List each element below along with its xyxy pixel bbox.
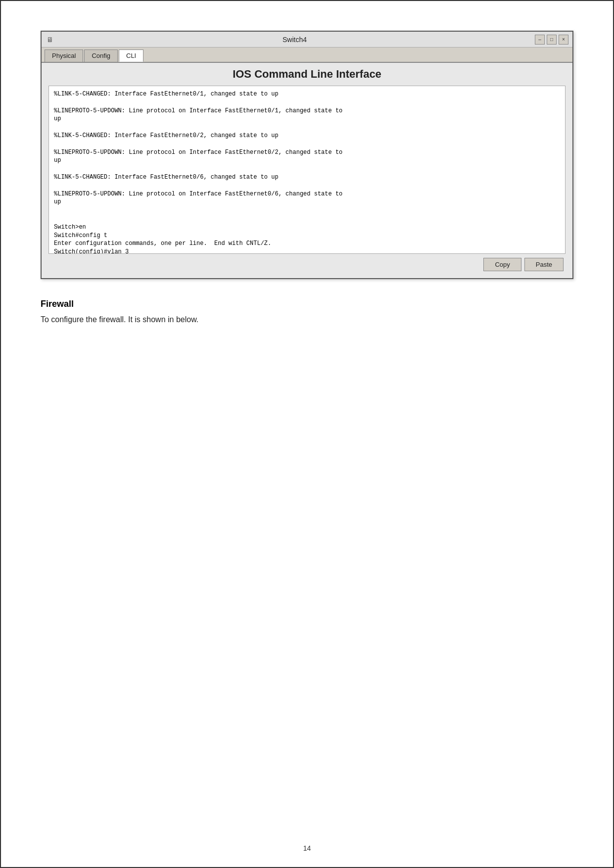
- app-icon: 🖥: [46, 35, 54, 44]
- cli-heading: IOS Command Line Interface: [48, 68, 566, 81]
- window-controls: – □ ×: [535, 35, 568, 45]
- firewall-body: To configure the firewall. It is shown i…: [41, 313, 573, 326]
- firewall-section: Firewall To configure the firewall. It i…: [41, 299, 573, 326]
- minimize-button[interactable]: –: [535, 35, 545, 45]
- tab-physical[interactable]: Physical: [45, 49, 83, 62]
- simulator-window: 🖥 Switch4 – □ × Physical Config CLI IOS …: [41, 31, 573, 279]
- copy-button[interactable]: Copy: [483, 258, 521, 271]
- paste-button[interactable]: Paste: [524, 258, 564, 271]
- window-title: Switch4: [54, 36, 535, 44]
- tab-bar: Physical Config CLI: [42, 48, 572, 63]
- tab-cli[interactable]: CLI: [119, 49, 143, 62]
- page-number: 14: [303, 844, 311, 852]
- cli-terminal[interactable]: %LINK-5-CHANGED: Interface FastEthernet0…: [48, 86, 566, 254]
- simulator-body: IOS Command Line Interface %LINK-5-CHANG…: [42, 63, 572, 278]
- cli-button-row: Copy Paste: [48, 254, 566, 273]
- titlebar: 🖥 Switch4 – □ ×: [42, 32, 572, 48]
- tab-config[interactable]: Config: [84, 49, 118, 62]
- maximize-button[interactable]: □: [547, 35, 557, 45]
- close-button[interactable]: ×: [559, 35, 568, 45]
- firewall-heading: Firewall: [41, 299, 573, 309]
